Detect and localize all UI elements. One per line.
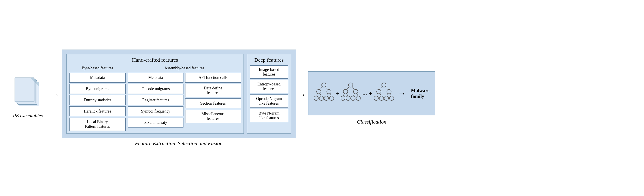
svg-line-8 — [326, 87, 328, 90]
assembly-inner: Metadata Opcode unigrams Register featur… — [128, 73, 241, 127]
assembly-subtitle: Assembly-based features — [128, 66, 241, 71]
misc-features-box: Miscellaneousfeatures — [185, 110, 241, 123]
svg-point-28 — [387, 90, 391, 94]
svg-line-23 — [347, 93, 348, 96]
pe-label: PE executables — [13, 113, 43, 118]
svg-point-32 — [390, 96, 394, 100]
plus-2-icon: + — [369, 90, 372, 97]
svg-point-1 — [316, 90, 321, 94]
entropy-based-box: Entropy-basedfeatures — [250, 80, 288, 93]
svg-line-36 — [380, 93, 381, 96]
svg-point-5 — [324, 96, 328, 100]
svg-point-30 — [379, 96, 384, 100]
register-features-box: Register features — [128, 95, 184, 105]
svg-line-20 — [347, 87, 349, 90]
feature-cols: Hand-crafted features Byte-based feature… — [66, 54, 291, 134]
svg-point-0 — [322, 83, 326, 87]
svg-point-13 — [348, 83, 353, 87]
dots-icon: ... — [362, 90, 367, 97]
plus-1-icon: + — [336, 90, 339, 97]
pe-section: PE executables — [13, 78, 43, 118]
svg-line-9 — [316, 93, 318, 96]
deep-title: Deep features — [250, 57, 288, 63]
byte-based-col: Byte-based features Metadata Byte unigra… — [69, 66, 126, 131]
svg-line-21 — [352, 87, 354, 90]
svg-point-19 — [356, 96, 360, 100]
api-calls-box: API function calls — [185, 73, 241, 83]
svg-line-12 — [330, 93, 331, 96]
svg-line-38 — [390, 93, 391, 96]
pe-files-icon — [14, 78, 41, 110]
arrow-to-classification: → — [298, 90, 306, 99]
classification-label: Classification — [357, 119, 386, 125]
svg-line-24 — [354, 93, 354, 96]
tree-2-icon — [341, 82, 360, 104]
svg-point-2 — [327, 90, 331, 94]
assembly-col: Assembly-based features Metadata Opcode … — [128, 66, 241, 131]
svg-point-27 — [377, 90, 381, 94]
svg-point-18 — [351, 96, 355, 100]
svg-point-14 — [343, 90, 348, 94]
deep-section: Deep features Image-basedfeatures Entrop… — [247, 54, 291, 134]
arrow-to-malware: → — [398, 89, 406, 98]
handcrafted-cols: Byte-based features Metadata Byte unigra… — [69, 66, 241, 131]
file-page-4 — [14, 78, 34, 102]
main-container: PE executables → Hand-crafted features B… — [13, 50, 631, 146]
handcrafted-section: Hand-crafted features Byte-based feature… — [66, 54, 244, 134]
classification-wrapper: + ... + — [308, 71, 435, 125]
opcode-unigrams-box: Opcode unigrams — [128, 84, 184, 94]
arrow-to-features: → — [52, 90, 60, 99]
svg-line-22 — [343, 93, 344, 96]
lbp-box: Local BinaryPattern features — [69, 118, 126, 131]
tree-3-icon — [374, 82, 394, 104]
svg-line-25 — [357, 93, 358, 96]
section-features-box: Section features — [185, 98, 241, 108]
file-fold-4 — [30, 78, 34, 82]
svg-line-34 — [386, 87, 388, 90]
pixel-intensity-box: Pixel intensity — [128, 118, 184, 127]
image-based-box: Image-basedfeatures — [250, 65, 288, 79]
svg-point-29 — [374, 96, 378, 100]
svg-point-31 — [384, 96, 388, 100]
byte-ngram-box: Byte N-gramlike features — [250, 109, 288, 122]
svg-point-16 — [341, 96, 345, 100]
feature-extraction-box: Hand-crafted features Byte-based feature… — [62, 50, 296, 138]
svg-point-6 — [330, 96, 334, 100]
svg-line-11 — [327, 93, 328, 96]
entropy-stats-box: Entropy statistics — [69, 95, 126, 105]
svg-line-37 — [387, 93, 388, 96]
tree-1-icon — [314, 82, 334, 104]
classification-box: + ... + — [308, 71, 435, 115]
assembly-right: API function calls Data definefeatures S… — [185, 73, 241, 127]
opcode-ngram-box: Opcode N-gramlike features — [250, 95, 288, 108]
handcrafted-title: Hand-crafted features — [69, 57, 241, 63]
byte-based-subtitle: Byte-based features — [69, 66, 126, 71]
svg-line-33 — [380, 87, 382, 90]
svg-line-10 — [320, 93, 321, 96]
symbol-freq-box: Symbol frequency — [128, 106, 184, 116]
feature-extraction-label: Feature Extraction, Selection and Fusion — [135, 140, 222, 146]
svg-line-7 — [320, 87, 322, 90]
haralick-box: Haralick features — [69, 106, 126, 116]
asm-metadata-box: Metadata — [128, 73, 184, 83]
byte-metadata-box: Metadata — [69, 73, 126, 83]
svg-point-15 — [354, 90, 358, 94]
svg-point-17 — [346, 96, 350, 100]
feature-extraction-wrapper: Hand-crafted features Byte-based feature… — [62, 50, 296, 146]
svg-point-3 — [314, 96, 318, 100]
data-define-box: Data definefeatures — [185, 84, 241, 97]
malware-family-label: Malwarefamily — [411, 88, 430, 99]
assembly-left: Metadata Opcode unigrams Register featur… — [128, 73, 184, 127]
svg-point-26 — [382, 83, 386, 87]
svg-line-35 — [377, 93, 378, 96]
byte-unigrams-box: Byte unigrams — [69, 84, 126, 94]
svg-point-4 — [319, 96, 324, 100]
